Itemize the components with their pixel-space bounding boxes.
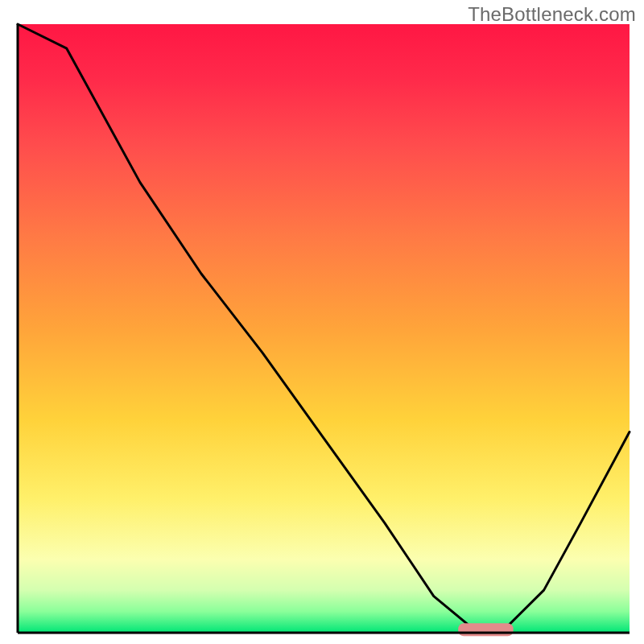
gradient-background [18, 24, 630, 633]
bottleneck-chart [0, 0, 644, 644]
valley-marker [458, 623, 513, 636]
chart-container: TheBottleneck.com [0, 0, 644, 644]
